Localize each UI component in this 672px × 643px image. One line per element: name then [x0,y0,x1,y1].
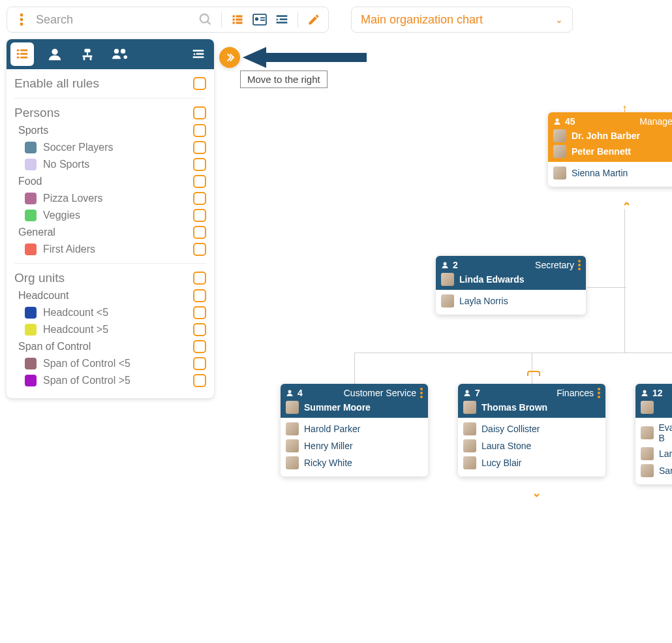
svg-rect-22 [20,53,27,55]
color-swatch [25,324,37,336]
node-menu-icon[interactable] [578,260,581,270]
divider [298,12,298,27]
node-customer-service[interactable]: 4 Customer Service Summer Moore Harold P… [281,384,428,477]
divider [14,98,206,99]
svg-rect-27 [87,52,88,55]
avatar [463,401,476,414]
group-row[interactable]: Headcount [14,287,206,304]
group-title: Sports [14,125,48,136]
group-row[interactable]: Food [14,173,206,190]
checkbox[interactable] [193,306,206,319]
staff-name: Ricky White [304,458,352,468]
group-title: Span of Control [14,341,91,353]
svg-rect-21 [17,53,20,55]
rule-label: Pizza Lovers [43,193,103,204]
svg-point-41 [444,262,447,266]
persons-section[interactable]: Persons [14,104,206,122]
svg-marker-18 [277,18,279,20]
search-input[interactable] [35,12,192,27]
checkbox[interactable] [193,357,206,370]
checkbox[interactable] [193,209,206,222]
checkbox[interactable] [193,192,206,205]
tab-rules[interactable] [10,42,34,66]
node-finances[interactable]: 7 Finances Thomas Brown Daisy Collister … [458,384,605,477]
panel-tabs [7,39,214,69]
rule-item[interactable]: Span of Control >5 [14,372,206,389]
node-count: 2 [453,260,458,270]
node-count: 7 [475,388,480,398]
chart-selector-dropdown[interactable]: Main organization chart ⌄ [351,7,573,33]
color-swatch [25,243,37,255]
rule-item[interactable]: Soccer Players [14,139,206,156]
checkbox[interactable] [193,175,206,188]
rule-label: Veggies [43,210,80,221]
svg-point-0 [20,14,23,17]
group-title: General [14,227,55,238]
checkbox[interactable] [193,374,206,387]
svg-point-3 [200,14,209,23]
org-chart-canvas[interactable]: ↑ ⌃ ⌄ 45 Management Dr. John Barber Pete… [215,39,672,643]
checkbox[interactable] [193,124,206,137]
search-icon[interactable] [196,10,215,29]
avatar [641,447,654,460]
orgunits-section[interactable]: Org units [14,269,206,287]
node-secretary[interactable]: 2 Secretary Linda Edwards Layla Norris [436,256,586,315]
tab-person[interactable] [43,42,67,66]
manager-name: Summer Moore [304,402,371,413]
checkbox[interactable] [193,289,206,302]
collapse-up-icon[interactable]: ⌃ [622,200,632,214]
edit-icon[interactable] [305,10,323,29]
rule-item[interactable]: Span of Control <5 [14,355,206,372]
tab-group[interactable] [108,42,132,66]
checkbox[interactable] [193,243,206,256]
svg-rect-20 [20,50,27,52]
checkbox[interactable] [193,272,206,285]
group-row[interactable]: Sports [14,122,206,139]
node-menu-icon[interactable] [420,388,423,398]
svg-rect-13 [260,17,265,18]
checkbox[interactable] [193,106,206,119]
rule-item[interactable]: Veggies [14,207,206,224]
svg-rect-17 [277,22,288,24]
group-row[interactable]: Span of Control [14,338,206,355]
avatar [553,129,566,142]
checkbox[interactable] [193,323,206,336]
svg-rect-9 [233,22,235,24]
collapse-list-icon[interactable] [187,42,210,66]
rule-item[interactable]: Headcount >5 [14,321,206,338]
search-box[interactable] [7,7,329,33]
rule-item[interactable]: No Sports [14,156,206,173]
collapse-down-icon[interactable]: ⌄ [532,486,542,500]
node-count: 4 [298,388,303,398]
dropdown-value: Main organization chart [361,13,483,27]
avatar [641,464,654,477]
menu-dots-icon[interactable] [12,10,31,29]
svg-rect-28 [83,55,93,57]
card-icon[interactable] [251,10,269,29]
color-swatch [25,159,37,170]
node-role: Customer Service [344,388,416,398]
checkbox[interactable] [193,158,206,171]
indent-list-icon[interactable] [273,10,291,29]
staff-name: Layla Norris [459,296,508,306]
checkbox[interactable] [193,141,206,154]
rule-label: Span of Control >5 [43,375,130,386]
node-menu-icon[interactable] [598,388,600,398]
checkbox[interactable] [193,226,206,239]
rule-item[interactable]: First Aiders [14,241,206,258]
group-row[interactable]: General [14,224,206,241]
node-management[interactable]: 45 Management Dr. John Barber Peter Benn… [548,112,672,187]
checkbox[interactable] [193,340,206,353]
svg-rect-6 [236,15,243,17]
color-swatch [25,358,37,369]
rule-item[interactable]: Pizza Lovers [14,190,206,207]
enable-all-row[interactable]: Enable all rules [14,74,206,93]
checkbox[interactable] [193,77,206,90]
svg-rect-7 [233,18,235,20]
tab-position[interactable] [76,42,99,66]
rules-panel: Enable all rulesPersonsSports Soccer Pla… [7,39,214,398]
rule-label: Soccer Players [43,142,114,153]
view-list-icon[interactable] [228,10,247,29]
rule-item[interactable]: Headcount <5 [14,304,206,321]
node-partial[interactable]: 12 Eva B Larry Sara [635,384,672,484]
